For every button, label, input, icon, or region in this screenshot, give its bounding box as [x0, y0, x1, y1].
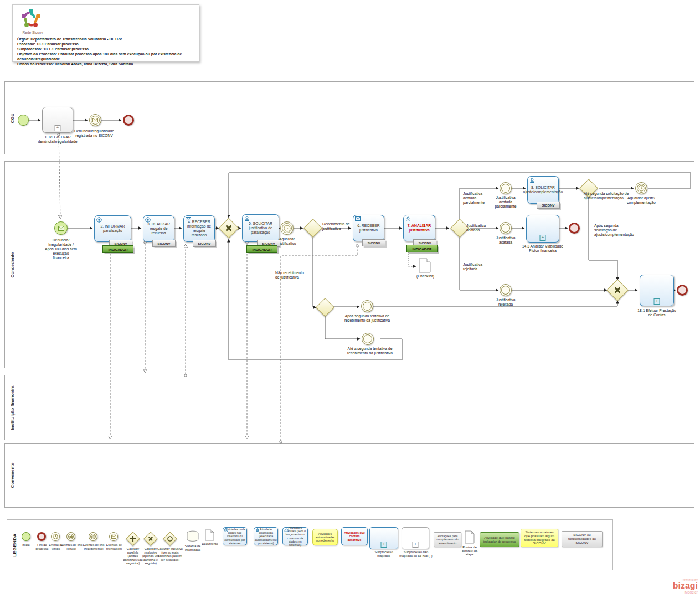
message-icon	[91, 116, 100, 125]
flow-label-ate-solicitacao: Até segunda solicitação de ajuste/comple…	[584, 192, 629, 200]
header-processo: Processo: 13.1 Paralisar processo	[17, 42, 195, 47]
task-realizar-resgate[interactable]: 3. REALIZAR resgate de recursos	[143, 215, 174, 242]
user-icon	[529, 178, 535, 183]
subprocess-analisar-viabilidade[interactable]	[526, 215, 559, 243]
legend-start-icon	[22, 532, 30, 541]
siconv-tag: SICONV	[152, 240, 176, 247]
event-acatada-label: Justificativa acatada	[491, 236, 520, 245]
indicador-tag: INDICADOR	[246, 245, 277, 253]
logo-caption: Rede Siconv	[16, 30, 49, 34]
task-receber-justificativa[interactable]: 6. RECEBER justificativa	[353, 215, 384, 241]
subprocess-plus-icon	[654, 298, 660, 305]
checklist-document-icon	[419, 258, 431, 273]
task-solicitar-justificativa[interactable]: 5. SOLICITAR justificativa de paralisaçã…	[242, 214, 279, 242]
task-label: 2. INFORMAR paralisação	[96, 224, 129, 233]
indicador-tag: INDICADOR	[406, 245, 437, 252]
rede-siconv-logo	[18, 7, 44, 30]
siconv-tag: SICONV	[362, 239, 385, 246]
event-apos-tentativa-label: Após segunda tentativa de recebimento da…	[343, 314, 391, 323]
task-receber-informacao-resgate[interactable]: 4. RECEBER informação de resgate realiza…	[183, 215, 215, 242]
event-justificativa-acatada[interactable]	[500, 222, 512, 234]
indicador-tag: INDICADOR	[102, 245, 133, 253]
header-orgao: Órgão: Departamento de Transferência Vol…	[17, 37, 195, 42]
subprocess-viabilidade-label: 14.3 Analisar Viabilidade Físico finance…	[519, 244, 566, 253]
event-apos-segunda-tentativa[interactable]	[361, 300, 373, 312]
legend-link-receive-icon	[89, 532, 97, 541]
task-registrar-denuncia[interactable]	[42, 107, 73, 133]
legend-message-icon	[109, 532, 118, 541]
siconv-tag: SICONV	[537, 202, 560, 209]
legend-timer-icon	[51, 532, 60, 541]
bizagi-logo-text: bizagi	[648, 581, 698, 590]
header-donos: Donos do Processo: Déborah Arôxa, Ilana …	[17, 62, 195, 67]
checklist-label: (Checklist)	[413, 274, 438, 279]
event-justificativa-rejeitada[interactable]	[500, 284, 512, 296]
start-event-label: Denúncia/ Irregularidade / Após 180 dias…	[45, 238, 77, 260]
message-icon	[58, 226, 64, 231]
timer-icon	[637, 184, 646, 193]
subprocess-prestacao-contas[interactable]	[640, 275, 674, 306]
siconv-tag: SICONV	[193, 240, 216, 247]
task-solicitar-ajuste[interactable]: 8. SOLICITAR ajuste/complementação	[527, 176, 559, 204]
message-event-registrada[interactable]	[89, 114, 101, 126]
timer-event-aguardar-ajuste[interactable]	[635, 182, 647, 194]
end-event-final[interactable]	[677, 285, 688, 296]
legend-control-doc-icon	[465, 530, 475, 546]
subprocess-plus-icon	[55, 125, 61, 131]
task-analisar-justificativa[interactable]: 7. ANALISAR justificativa	[403, 215, 435, 241]
subprocess-plus-icon	[540, 235, 546, 241]
task-label: 3. REALIZAR resgate de recursos	[145, 222, 172, 235]
message-icon	[186, 217, 191, 221]
legend-end-icon	[37, 532, 46, 541]
flow-label-nao-recebimento: Não recebimento de justificativa	[275, 271, 304, 280]
task-label: 7. ANALISAR justificativa	[405, 224, 433, 233]
legend-document-icon	[205, 529, 214, 543]
header-subprocesso: Subprocesso: 13.1.1 Paralisar processo	[17, 47, 195, 52]
header-objetivo: Objetivo do Processo: Paralisar processo…	[17, 52, 195, 62]
system-data-icon	[96, 217, 102, 223]
legend-link-send-icon	[66, 532, 75, 541]
event-parcial-label: Justificativa acatada parcialmente	[490, 195, 521, 209]
bpmn-diagram-canvas: CGU Concedente Instituição financeira Co…	[0, 0, 700, 598]
task-label: 4. RECEBER informação de resgate realiza…	[186, 220, 213, 238]
timer-event-aguardar-justificativo[interactable]	[280, 221, 294, 235]
modeler-text: Modeler	[648, 590, 698, 594]
task-label: 5. SOLICITAR justificativa de paralisaçã…	[244, 221, 277, 235]
subprocess-prestacao-label: 18.1 Efetuar Prestação de Contas	[635, 308, 678, 317]
process-header-card: Rede Siconv Órgão: Departamento de Trans…	[12, 4, 199, 62]
flow-label-rejeitada: Justificativa rejeitada	[463, 262, 494, 271]
task-label: 6. RECEBER justificativa	[355, 224, 382, 233]
message-start-event[interactable]	[54, 221, 68, 235]
timer-icon	[282, 223, 292, 233]
user-icon	[405, 216, 411, 221]
flow-label-acatada-parcialmente: Justificativa acatada parcialmente	[463, 192, 494, 205]
bizagi-brand: Powered by bizagi Modeler	[648, 578, 698, 594]
start-event-cgu[interactable]	[18, 115, 29, 126]
event-justificativa-acatada-parcialmente[interactable]	[500, 182, 512, 194]
event-registrada-label: Denúncia/irregularidade registrada no SI…	[69, 129, 119, 138]
task-label: 8. SOLICITAR ajuste/complementação	[523, 185, 563, 194]
flow-label-acatada: Justificativa acatada	[466, 224, 497, 233]
event-ate-segunda-tentativa[interactable]	[362, 333, 374, 345]
end-event-cgu[interactable]	[123, 115, 134, 126]
timer2-label: Aguardar ajuste/ complementação	[625, 196, 657, 205]
event-rejeitada-label: Justificativa rejeitada	[491, 298, 520, 307]
system-data-icon	[145, 217, 151, 223]
connector-layer	[0, 0, 700, 598]
flow-label-recebimento: Recebimento de justificativa	[322, 222, 357, 231]
event-ate-tentativa-label: Até a segunda tentativa de recebimento d…	[346, 347, 394, 355]
message-icon	[355, 216, 361, 221]
legend-database-icon	[186, 530, 199, 545]
user-icon	[244, 216, 250, 221]
end-event-acatada[interactable]	[569, 223, 580, 234]
flow-label-apos-solicitacao: Após segunda solicitação de ajuste/compl…	[594, 224, 630, 237]
task-informar-paralisacao[interactable]: 2. INFORMAR paralisação	[94, 215, 131, 242]
